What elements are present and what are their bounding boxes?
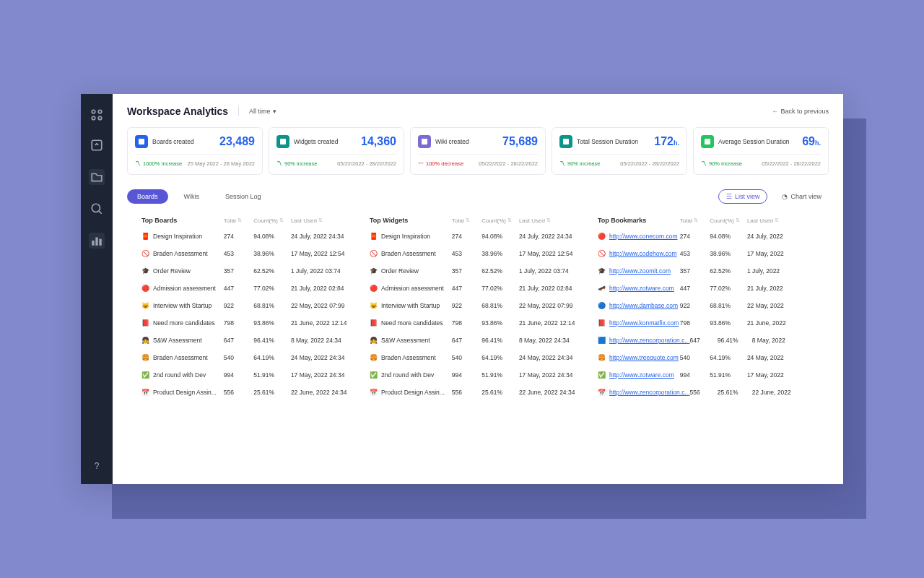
- row-icon: 🍔: [370, 354, 378, 361]
- col-last[interactable]: Last Used ⇅: [291, 217, 358, 224]
- cell-total: 447: [680, 285, 710, 292]
- table-row[interactable]: 🐱Interview with Startup92268.81%22 May, …: [370, 302, 586, 309]
- cell-last: 17 May, 2022 12:54: [519, 250, 586, 257]
- table-row[interactable]: 🛹http://www.zotware.com44777.02%21 July,…: [598, 285, 814, 292]
- table-row[interactable]: 📕Need more candidates79893.86%21 June, 2…: [141, 319, 358, 327]
- table-row[interactable]: 📅http://www.zencorporation.c...55625.61%…: [598, 389, 814, 396]
- col-count[interactable]: Count(%) ⇅: [481, 217, 519, 224]
- col-total[interactable]: Total ⇅: [224, 217, 253, 224]
- table-row[interactable]: 🍔Braden Assessment54064.19%24 May, 2022 …: [141, 354, 358, 361]
- table-row[interactable]: ✅http://www.zotware.com99451.91%17 May, …: [598, 371, 814, 379]
- table-row[interactable]: 🎓Order Review35762.52%1 July, 2022 03:74: [370, 267, 586, 275]
- cell-count: 96.41%: [481, 337, 519, 344]
- row-icon: 🚫: [370, 250, 378, 257]
- col-total[interactable]: Total ⇅: [452, 217, 481, 224]
- table-row[interactable]: 📅Product Design Assin...55625.61%22 June…: [141, 389, 358, 396]
- sort-icon: ⇅: [318, 217, 323, 223]
- row-icon: 🚫: [141, 250, 149, 257]
- cell-count: 93.86%: [481, 319, 519, 327]
- cell-count: 64.19%: [481, 354, 519, 361]
- cell-last: 17 May, 2022 24:34: [519, 371, 586, 379]
- table-row[interactable]: 👧S&W Assessment64796.41%8 May, 2022 24:3…: [370, 337, 586, 344]
- cell-count: 64.19%: [710, 354, 747, 361]
- nav-analytics-icon[interactable]: [89, 233, 105, 249]
- tab-wikis[interactable]: Wikis: [174, 189, 210, 204]
- bookmark-link[interactable]: http://www.zotware.com: [609, 285, 674, 292]
- nav-edit-icon[interactable]: [90, 139, 103, 152]
- tab-boards[interactable]: Boards: [127, 189, 168, 204]
- date-range: 05/22/2022 - 28/22/2022: [762, 160, 821, 167]
- bookmark-link[interactable]: http://www.dambase.com: [609, 302, 678, 309]
- cell-last: 24 May, 2022 24:34: [291, 354, 358, 361]
- bookmark-link[interactable]: http://www.zencorporation.c...: [609, 337, 690, 344]
- row-icon: 🧧: [370, 233, 378, 240]
- stat-icon: [559, 135, 572, 148]
- nav-grid-icon[interactable]: [90, 108, 103, 121]
- table-row[interactable]: 📅Product Design Assin...55625.61%22 June…: [370, 389, 586, 396]
- col-last[interactable]: Last Used ⇅: [519, 217, 586, 224]
- table-row[interactable]: 🍔Braden Assessment54064.19%24 May, 2022 …: [370, 354, 586, 361]
- cell-last: 8 May, 2022 24:34: [519, 337, 586, 344]
- stat-value: 23,489: [219, 135, 255, 148]
- cell-last: 22 May, 2022 07:99: [291, 302, 358, 309]
- row-icon: 👧: [370, 337, 378, 344]
- item-name: Admission assessment: [381, 285, 444, 292]
- table-row[interactable]: 🚫http://www.codehow.com45338.96%17 May, …: [598, 250, 814, 257]
- row-icon: 🚫: [598, 250, 606, 257]
- item-name: Braden Assessment: [153, 250, 208, 257]
- col-count[interactable]: Count(%) ⇅: [710, 217, 747, 224]
- cell-total: 798: [680, 319, 710, 327]
- cell-total: 556: [690, 389, 718, 396]
- table-row[interactable]: 🎓Order Review35762.52%1 July, 2022 03:74: [141, 267, 358, 275]
- col-total[interactable]: Total ⇅: [680, 217, 710, 224]
- date-range: 25 May 2022 - 28 May 2022: [188, 160, 255, 167]
- cell-last: 8 May, 2022 24:34: [291, 337, 358, 344]
- cell-count: 51.91%: [710, 371, 747, 379]
- bookmark-link[interactable]: http://www.treequote.com: [609, 354, 679, 361]
- time-selector[interactable]: All time▾: [249, 108, 276, 115]
- table-row[interactable]: 🧧Design Inspiration27494.08%24 July, 202…: [141, 233, 358, 240]
- bookmark-link[interactable]: http://www.zoomit.com: [609, 267, 671, 275]
- arrow-left-icon: ←: [772, 108, 778, 115]
- stat-label: Widgets created: [294, 138, 338, 145]
- cell-last: 17 May, 2022: [747, 371, 814, 379]
- nav-search-icon[interactable]: [90, 202, 103, 215]
- chart-view-button[interactable]: ◔Chart view: [775, 189, 829, 204]
- table-row[interactable]: 🔵http://www.dambase.com92268.81%22 May, …: [598, 302, 814, 309]
- table-row[interactable]: 🐱Interview with Startup92268.81%22 May, …: [141, 302, 358, 309]
- bookmark-link[interactable]: http://www.codehow.com: [609, 250, 677, 257]
- bookmark-link[interactable]: http://www.conecom.com: [609, 233, 677, 240]
- back-button[interactable]: ←Back to previous: [772, 108, 829, 115]
- row-icon: 🧧: [141, 233, 149, 240]
- table-row[interactable]: 📕Need more candidates79893.86%21 June, 2…: [370, 319, 586, 327]
- stat-icon: [701, 135, 714, 148]
- item-name: Braden Assessment: [381, 250, 436, 257]
- list-view-button[interactable]: ☰List view: [718, 189, 768, 204]
- table-row[interactable]: ✅2nd round with Dev99451.91%17 May, 2022…: [141, 371, 358, 379]
- app-window: ? Workspace Analytics All time▾ ←Back to…: [81, 94, 843, 484]
- table-row[interactable]: 🔴Admission assessment44777.02%21 July, 2…: [141, 285, 358, 292]
- bookmark-link[interactable]: http://www.konmatfix.com: [609, 319, 679, 327]
- table-row[interactable]: 🍔http://www.treequote.com54064.19%24 May…: [598, 354, 814, 361]
- table-row[interactable]: 🎓http://www.zoomit.com35762.52%1 July, 2…: [598, 267, 814, 275]
- help-icon[interactable]: ?: [95, 461, 100, 471]
- nav-folder-icon[interactable]: [89, 169, 105, 185]
- table-row[interactable]: 🚫Braden Assessment45338.96%17 May, 2022 …: [141, 250, 358, 257]
- cell-last: 24 May, 2022: [747, 354, 814, 361]
- table-row[interactable]: 🚫Braden Assessment45338.96%17 May, 2022 …: [370, 250, 586, 257]
- table-row[interactable]: 📕http://www.konmatfix.com79893.86%21 Jun…: [598, 319, 814, 327]
- table-row[interactable]: ✅2nd round with Dev99451.91%17 May, 2022…: [370, 371, 586, 379]
- cell-total: 274: [452, 233, 481, 240]
- col-last[interactable]: Last Used ⇅: [747, 217, 814, 224]
- table-row[interactable]: 🔴http://www.conecom.com27494.08%24 July,…: [598, 233, 814, 240]
- table-row[interactable]: 👧S&W Assessment64796.41%8 May, 2022 24:3…: [141, 337, 358, 344]
- table-row[interactable]: 🧧Design Inspiration27494.08%24 July, 202…: [370, 233, 586, 240]
- col-count[interactable]: Count(%) ⇅: [253, 217, 291, 224]
- bookmark-link[interactable]: http://www.zencorporation.c...: [609, 389, 690, 396]
- table-row[interactable]: 🟦http://www.zencorporation.c...64796.41%…: [598, 337, 814, 344]
- stat-icon: [135, 135, 148, 148]
- row-icon: 📕: [141, 319, 149, 327]
- table-row[interactable]: 🔴Admission assessment44777.02%21 July, 2…: [370, 285, 586, 292]
- bookmark-link[interactable]: http://www.zotware.com: [609, 371, 674, 379]
- tab-session-log[interactable]: Session Log: [215, 189, 271, 204]
